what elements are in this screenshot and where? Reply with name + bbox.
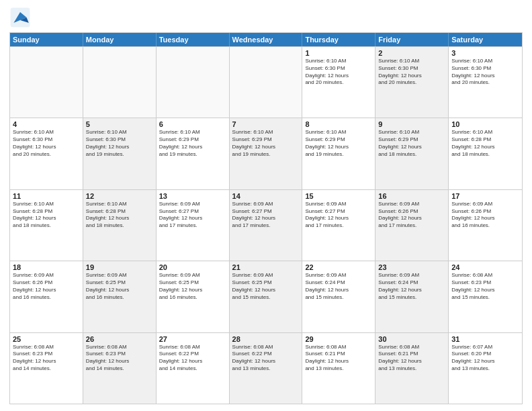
calendar-row-3: 11Sunrise: 6:10 AMSunset: 6:28 PMDayligh… xyxy=(10,189,522,261)
day-cell-23: 23Sunrise: 6:09 AMSunset: 6:24 PMDayligh… xyxy=(375,261,449,332)
day-number: 19 xyxy=(86,263,153,271)
cell-detail: Sunrise: 6:10 AMSunset: 6:29 PMDaylight:… xyxy=(232,129,300,158)
page: SundayMondayTuesdayWednesdayThursdayFrid… xyxy=(0,0,532,411)
cell-detail: Sunrise: 6:09 AMSunset: 6:24 PMDaylight:… xyxy=(378,272,445,301)
day-number: 16 xyxy=(378,192,445,200)
day-number: 29 xyxy=(305,335,372,343)
cell-detail: Sunrise: 6:09 AMSunset: 6:26 PMDaylight:… xyxy=(13,272,80,301)
cell-detail: Sunrise: 6:10 AMSunset: 6:28 PMDaylight:… xyxy=(13,201,80,230)
day-number: 9 xyxy=(378,120,445,128)
cell-detail: Sunrise: 6:09 AMSunset: 6:26 PMDaylight:… xyxy=(378,201,445,230)
cell-detail: Sunrise: 6:10 AMSunset: 6:28 PMDaylight:… xyxy=(451,129,519,158)
day-number: 31 xyxy=(451,335,519,343)
day-number: 1 xyxy=(305,49,372,57)
day-cell-7: 7Sunrise: 6:10 AMSunset: 6:29 PMDaylight… xyxy=(230,118,303,189)
day-number: 26 xyxy=(86,335,153,343)
day-cell-21: 21Sunrise: 6:09 AMSunset: 6:25 PMDayligh… xyxy=(230,261,303,332)
empty-cell-0-1 xyxy=(83,47,157,118)
day-number: 5 xyxy=(86,120,153,128)
calendar-row-4: 18Sunrise: 6:09 AMSunset: 6:26 PMDayligh… xyxy=(10,261,522,332)
cell-detail: Sunrise: 6:10 AMSunset: 6:30 PMDaylight:… xyxy=(305,58,372,87)
day-cell-8: 8Sunrise: 6:10 AMSunset: 6:29 PMDaylight… xyxy=(302,118,375,189)
logo-icon xyxy=(9,7,31,28)
day-number: 3 xyxy=(451,49,519,57)
day-number: 7 xyxy=(232,120,300,128)
cell-detail: Sunrise: 6:09 AMSunset: 6:27 PMDaylight:… xyxy=(159,201,226,230)
day-cell-20: 20Sunrise: 6:09 AMSunset: 6:25 PMDayligh… xyxy=(157,261,230,332)
day-number: 25 xyxy=(13,335,80,343)
day-cell-26: 26Sunrise: 6:08 AMSunset: 6:23 PMDayligh… xyxy=(83,333,157,404)
calendar-body: 1Sunrise: 6:10 AMSunset: 6:30 PMDaylight… xyxy=(10,46,522,404)
day-header-tuesday: Tuesday xyxy=(157,33,230,46)
day-number: 10 xyxy=(451,120,519,128)
day-header-wednesday: Wednesday xyxy=(230,33,303,46)
day-cell-5: 5Sunrise: 6:10 AMSunset: 6:30 PMDaylight… xyxy=(83,118,157,189)
empty-cell-0-2 xyxy=(157,47,230,118)
day-number: 2 xyxy=(378,49,445,57)
day-number: 20 xyxy=(159,263,226,271)
day-cell-14: 14Sunrise: 6:09 AMSunset: 6:27 PMDayligh… xyxy=(230,190,303,261)
day-cell-10: 10Sunrise: 6:10 AMSunset: 6:28 PMDayligh… xyxy=(449,118,522,189)
day-cell-24: 24Sunrise: 6:08 AMSunset: 6:23 PMDayligh… xyxy=(449,261,522,332)
day-cell-22: 22Sunrise: 6:09 AMSunset: 6:24 PMDayligh… xyxy=(302,261,375,332)
day-cell-29: 29Sunrise: 6:08 AMSunset: 6:21 PMDayligh… xyxy=(302,333,375,404)
cell-detail: Sunrise: 6:08 AMSunset: 6:23 PMDaylight:… xyxy=(13,344,80,373)
day-header-saturday: Saturday xyxy=(449,33,522,46)
cell-detail: Sunrise: 6:09 AMSunset: 6:25 PMDaylight:… xyxy=(159,272,226,301)
empty-cell-0-0 xyxy=(10,47,83,118)
cell-detail: Sunrise: 6:08 AMSunset: 6:21 PMDaylight:… xyxy=(305,344,372,373)
day-header-monday: Monday xyxy=(83,33,157,46)
day-number: 28 xyxy=(232,335,300,343)
day-number: 22 xyxy=(305,263,372,271)
day-number: 12 xyxy=(86,192,153,200)
day-header-friday: Friday xyxy=(375,33,449,46)
cell-detail: Sunrise: 6:10 AMSunset: 6:29 PMDaylight:… xyxy=(159,129,226,158)
cell-detail: Sunrise: 6:09 AMSunset: 6:24 PMDaylight:… xyxy=(305,272,372,301)
day-cell-15: 15Sunrise: 6:09 AMSunset: 6:27 PMDayligh… xyxy=(302,190,375,261)
day-cell-1: 1Sunrise: 6:10 AMSunset: 6:30 PMDaylight… xyxy=(302,47,375,118)
day-cell-11: 11Sunrise: 6:10 AMSunset: 6:28 PMDayligh… xyxy=(10,190,83,261)
day-number: 23 xyxy=(378,263,445,271)
cell-detail: Sunrise: 6:10 AMSunset: 6:30 PMDaylight:… xyxy=(13,129,80,158)
cell-detail: Sunrise: 6:08 AMSunset: 6:22 PMDaylight:… xyxy=(159,344,226,373)
day-number: 11 xyxy=(13,192,80,200)
day-cell-30: 30Sunrise: 6:08 AMSunset: 6:21 PMDayligh… xyxy=(375,333,449,404)
cell-detail: Sunrise: 6:08 AMSunset: 6:23 PMDaylight:… xyxy=(451,272,519,301)
day-cell-3: 3Sunrise: 6:10 AMSunset: 6:30 PMDaylight… xyxy=(449,47,522,118)
day-cell-9: 9Sunrise: 6:10 AMSunset: 6:29 PMDaylight… xyxy=(375,118,449,189)
day-cell-31: 31Sunrise: 6:07 AMSunset: 6:20 PMDayligh… xyxy=(449,333,522,404)
day-number: 24 xyxy=(451,263,519,271)
day-number: 21 xyxy=(232,263,300,271)
day-cell-28: 28Sunrise: 6:08 AMSunset: 6:22 PMDayligh… xyxy=(230,333,303,404)
day-number: 18 xyxy=(13,263,80,271)
day-cell-16: 16Sunrise: 6:09 AMSunset: 6:26 PMDayligh… xyxy=(375,190,449,261)
day-cell-12: 12Sunrise: 6:10 AMSunset: 6:28 PMDayligh… xyxy=(83,190,157,261)
cell-detail: Sunrise: 6:10 AMSunset: 6:28 PMDaylight:… xyxy=(86,201,153,230)
cell-detail: Sunrise: 6:08 AMSunset: 6:23 PMDaylight:… xyxy=(86,344,153,373)
cell-detail: Sunrise: 6:09 AMSunset: 6:27 PMDaylight:… xyxy=(305,201,372,230)
day-header-sunday: Sunday xyxy=(10,33,83,46)
day-cell-25: 25Sunrise: 6:08 AMSunset: 6:23 PMDayligh… xyxy=(10,333,83,404)
day-header-thursday: Thursday xyxy=(302,33,375,46)
cell-detail: Sunrise: 6:07 AMSunset: 6:20 PMDaylight:… xyxy=(451,344,519,373)
day-number: 17 xyxy=(451,192,519,200)
cell-detail: Sunrise: 6:08 AMSunset: 6:22 PMDaylight:… xyxy=(232,344,300,373)
cell-detail: Sunrise: 6:09 AMSunset: 6:26 PMDaylight:… xyxy=(451,201,519,230)
day-number: 4 xyxy=(13,120,80,128)
day-cell-18: 18Sunrise: 6:09 AMSunset: 6:26 PMDayligh… xyxy=(10,261,83,332)
day-cell-17: 17Sunrise: 6:09 AMSunset: 6:26 PMDayligh… xyxy=(449,190,522,261)
cell-detail: Sunrise: 6:09 AMSunset: 6:25 PMDaylight:… xyxy=(232,272,300,301)
day-cell-6: 6Sunrise: 6:10 AMSunset: 6:29 PMDaylight… xyxy=(157,118,230,189)
cell-detail: Sunrise: 6:09 AMSunset: 6:25 PMDaylight:… xyxy=(86,272,153,301)
header xyxy=(9,7,523,28)
cell-detail: Sunrise: 6:08 AMSunset: 6:21 PMDaylight:… xyxy=(378,344,445,373)
day-cell-13: 13Sunrise: 6:09 AMSunset: 6:27 PMDayligh… xyxy=(157,190,230,261)
cell-detail: Sunrise: 6:10 AMSunset: 6:30 PMDaylight:… xyxy=(378,58,445,87)
calendar: SundayMondayTuesdayWednesdayThursdayFrid… xyxy=(9,32,523,404)
empty-cell-0-3 xyxy=(230,47,303,118)
cell-detail: Sunrise: 6:09 AMSunset: 6:27 PMDaylight:… xyxy=(232,201,300,230)
day-cell-4: 4Sunrise: 6:10 AMSunset: 6:30 PMDaylight… xyxy=(10,118,83,189)
day-cell-2: 2Sunrise: 6:10 AMSunset: 6:30 PMDaylight… xyxy=(375,47,449,118)
calendar-header: SundayMondayTuesdayWednesdayThursdayFrid… xyxy=(10,33,522,46)
cell-detail: Sunrise: 6:10 AMSunset: 6:30 PMDaylight:… xyxy=(451,58,519,87)
